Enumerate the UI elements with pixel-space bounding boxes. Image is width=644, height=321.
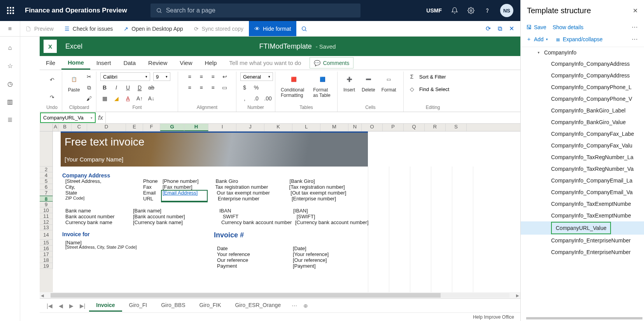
- popout-icon[interactable]: ⧉: [498, 25, 502, 32]
- horizontal-scrollbar[interactable]: ◀▶: [40, 292, 520, 298]
- row-header[interactable]: 9: [40, 202, 53, 207]
- namebox[interactable]: CompanyURL_Va▾: [40, 112, 96, 123]
- align-center-icon[interactable]: ≡: [197, 83, 206, 92]
- entity-label[interactable]: USMF: [426, 7, 442, 14]
- row-header[interactable]: 5: [40, 178, 53, 184]
- col-header[interactable]: C: [72, 124, 87, 131]
- underline-icon[interactable]: U: [124, 83, 132, 92]
- waffle-icon[interactable]: [4, 4, 17, 17]
- row-header[interactable]: 18: [40, 257, 53, 263]
- cmd-search-button[interactable]: [296, 21, 312, 36]
- expand-collapse-button[interactable]: ≣ Expand/collapse: [556, 36, 603, 42]
- tree-item[interactable]: CompanyInfo_CompanyPhone_L: [521, 81, 644, 93]
- tab-home[interactable]: Home: [61, 56, 90, 70]
- check-issues-button[interactable]: ☰ Check for issues: [59, 21, 118, 36]
- row-header[interactable]: 16: [40, 246, 53, 251]
- tab-insert[interactable]: Insert: [90, 56, 117, 70]
- sheet-tab[interactable]: Giro_ESR_Orange: [228, 300, 288, 312]
- sheet-nav-next[interactable]: ▶: [67, 303, 76, 309]
- help-icon[interactable]: [484, 7, 491, 14]
- col-header[interactable]: L: [292, 124, 320, 131]
- tree-item[interactable]: CompanyInfo_CompanyPhone_V: [521, 93, 644, 105]
- tree-item[interactable]: CompanyInfo_TaxRegNumber_La: [521, 151, 644, 163]
- sheet-tab[interactable]: Giro_FI: [122, 300, 154, 312]
- cond-format-button[interactable]: 🟥Conditional Formatting: [279, 72, 308, 99]
- row-header[interactable]: 11: [40, 213, 53, 219]
- font-size-select[interactable]: 9▾: [153, 72, 170, 81]
- row-header[interactable]: 17: [40, 251, 53, 257]
- clock-icon[interactable]: ◷: [0, 75, 20, 93]
- select-all-corner[interactable]: [40, 124, 53, 131]
- open-desktop-button[interactable]: ↗ Open in Desktop App: [118, 21, 188, 36]
- tree-item[interactable]: CompanyInfo_TaxExemptNumbe: [521, 198, 644, 210]
- module-icon[interactable]: ▥: [0, 93, 20, 111]
- italic-icon[interactable]: I: [112, 83, 121, 92]
- star-icon[interactable]: ☆: [0, 57, 20, 75]
- hamburger-icon[interactable]: ≡: [0, 21, 20, 36]
- avatar[interactable]: NS: [500, 4, 513, 17]
- sort-filter-button[interactable]: Sort & Filter: [419, 74, 446, 80]
- col-header[interactable]: D: [87, 124, 126, 131]
- align-mid-icon[interactable]: ≡: [197, 72, 206, 81]
- tree-item[interactable]: CompanyInfo_CompanyEmail_Va: [521, 186, 644, 198]
- col-header[interactable]: F: [143, 124, 160, 131]
- bold-icon[interactable]: B: [100, 83, 109, 92]
- col-header[interactable]: I: [208, 124, 236, 131]
- col-header[interactable]: R: [425, 124, 446, 131]
- currency-icon[interactable]: $: [240, 83, 249, 92]
- tree-item[interactable]: CompanyInfo_CompanyAddress: [521, 70, 644, 81]
- col-header[interactable]: Q: [404, 124, 425, 131]
- row-header[interactable]: 7: [40, 190, 53, 196]
- comma-icon[interactable]: ,: [240, 94, 249, 103]
- dec-dec-icon[interactable]: .00: [264, 94, 272, 103]
- row-header[interactable]: 2: [40, 167, 53, 172]
- hide-format-button[interactable]: 👁 Hide format: [249, 21, 296, 36]
- format-cells-button[interactable]: ▭Format: [380, 72, 398, 93]
- border-icon[interactable]: ▦: [100, 94, 109, 103]
- col-header[interactable]: P: [383, 124, 404, 131]
- inc-dec-icon[interactable]: .0: [252, 94, 261, 103]
- shrink-font-icon[interactable]: A↓: [147, 94, 156, 103]
- wrap-icon[interactable]: ↩: [220, 72, 229, 81]
- row-header[interactable]: [40, 132, 53, 167]
- align-bottom-icon[interactable]: ≡: [209, 72, 217, 81]
- undo-icon[interactable]: ↶: [48, 75, 56, 84]
- tell-me-input[interactable]: Tell me what you want to do: [223, 56, 307, 70]
- col-header[interactable]: S: [446, 124, 467, 131]
- tree-item[interactable]: CompanyInfo_CompanyFax_Valu: [521, 140, 644, 151]
- formula-bar[interactable]: [106, 112, 520, 123]
- insert-cells-button[interactable]: ➕Insert: [341, 72, 357, 93]
- grid-cells[interactable]: Free text invoice [Your Company Name] Co…: [53, 132, 520, 292]
- copy-icon[interactable]: ⧉: [85, 83, 93, 92]
- sheet-nav-last[interactable]: ▶|: [77, 303, 88, 309]
- font-name-select[interactable]: Calibri▾: [100, 72, 150, 81]
- paste-button[interactable]: 📋Paste: [66, 72, 82, 93]
- footer-help-link[interactable]: Help Improve Office: [473, 314, 514, 320]
- tab-data[interactable]: Data: [117, 56, 142, 70]
- strike-icon[interactable]: ab: [147, 83, 156, 92]
- sheet-tab-more[interactable]: ⋯: [289, 303, 299, 309]
- sheet-nav-first[interactable]: |◀: [44, 303, 55, 309]
- tree-item[interactable]: CompanyInfo_BankGiro_Label: [521, 105, 644, 116]
- sheet-nav-prev[interactable]: ◀: [56, 303, 65, 309]
- search-input[interactable]: Search for a page: [150, 4, 360, 18]
- font-color-icon[interactable]: A: [124, 94, 132, 103]
- col-header[interactable]: J: [236, 124, 264, 131]
- fill-color-icon[interactable]: ◢: [112, 94, 121, 103]
- col-header[interactable]: O: [362, 124, 383, 131]
- tab-file[interactable]: File: [40, 56, 61, 70]
- col-header[interactable]: N: [348, 124, 362, 131]
- close-cmd-icon[interactable]: ✕: [509, 25, 514, 32]
- row-header[interactable]: 4: [40, 172, 53, 178]
- add-button[interactable]: ＋ Add ▾: [526, 36, 548, 43]
- sync-button[interactable]: ⟳ Sync stored copy: [189, 21, 249, 36]
- more-icon[interactable]: ⋯: [632, 23, 639, 31]
- refresh-icon[interactable]: ⟳: [486, 25, 491, 32]
- redo-icon[interactable]: ↷: [48, 93, 56, 102]
- more2-icon[interactable]: ⋯: [632, 35, 639, 43]
- tree-item[interactable]: CompanyInfo_EnterpriseNumber: [521, 235, 644, 246]
- row-header[interactable]: 8: [40, 196, 53, 202]
- row-header[interactable]: 19: [40, 263, 53, 269]
- save-button[interactable]: 🖫 Save: [526, 24, 546, 30]
- comments-button[interactable]: 💬 Comments: [310, 57, 354, 68]
